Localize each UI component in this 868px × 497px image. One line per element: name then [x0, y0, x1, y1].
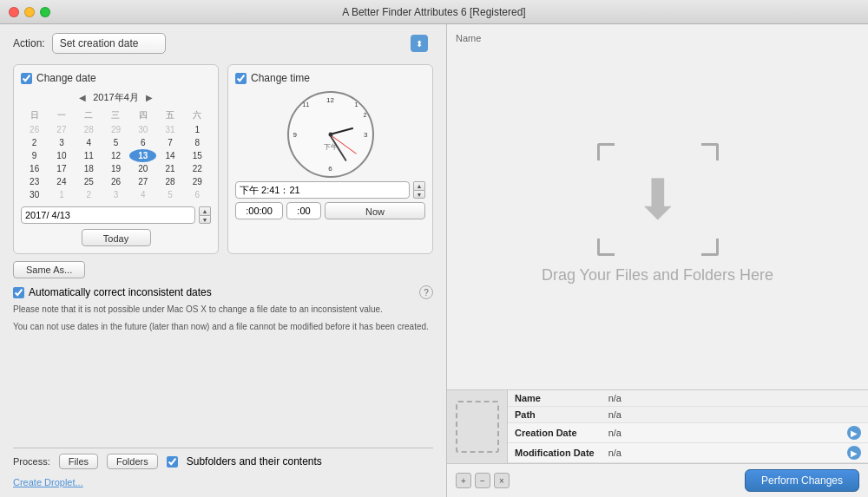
- minimize-button[interactable]: [24, 7, 35, 17]
- date-panel-header: Change date: [21, 72, 211, 84]
- cal-day[interactable]: 2: [76, 188, 102, 201]
- time-adjust-hms[interactable]: [235, 202, 283, 219]
- drop-text: Drag Your Files and Folders Here: [542, 266, 773, 284]
- table-row: Modification Date n/a ▶: [508, 443, 868, 463]
- cal-day[interactable]: 3: [102, 188, 129, 201]
- remove-item-button[interactable]: −: [475, 473, 490, 488]
- cal-day[interactable]: 28: [76, 123, 102, 136]
- info-label-creation: Creation Date: [508, 423, 602, 443]
- date-stepper-down[interactable]: ▼: [199, 215, 211, 224]
- clock-center: [328, 133, 332, 137]
- time-adjust-row: Now: [235, 202, 425, 219]
- change-time-checkbox[interactable]: [235, 73, 247, 84]
- weekday-sat: 六: [184, 108, 211, 123]
- cal-day[interactable]: 29: [102, 123, 129, 136]
- cal-day[interactable]: 6: [129, 136, 156, 149]
- cal-day[interactable]: 28: [156, 175, 183, 188]
- cal-day[interactable]: 30: [129, 123, 156, 136]
- time-input[interactable]: [235, 181, 410, 199]
- time-stepper-up[interactable]: ▲: [413, 181, 425, 190]
- time-stepper-down[interactable]: ▼: [413, 190, 425, 199]
- time-adjust-ms[interactable]: [286, 202, 321, 219]
- info-text-1: Please note that it is not possible unde…: [13, 304, 433, 316]
- cal-day[interactable]: 15: [184, 149, 211, 162]
- add-item-button[interactable]: +: [456, 473, 471, 488]
- table-row: Name n/a: [508, 390, 868, 407]
- cal-day[interactable]: 22: [184, 162, 211, 175]
- cal-day[interactable]: 14: [156, 149, 183, 162]
- cal-day[interactable]: 9: [21, 149, 48, 162]
- cal-day[interactable]: 6: [184, 188, 211, 201]
- auto-correct-checkbox[interactable]: [13, 287, 24, 298]
- maximize-button[interactable]: [40, 7, 50, 17]
- cal-day[interactable]: 12: [102, 149, 129, 162]
- creation-date-action-btn[interactable]: ▶: [847, 426, 861, 440]
- cal-day[interactable]: 26: [21, 123, 48, 136]
- same-as-button[interactable]: Same As...: [13, 261, 85, 278]
- clock-container: 12 3 6 9 1 11 2 下午: [235, 91, 425, 178]
- cal-day[interactable]: 7: [156, 136, 183, 149]
- cal-day[interactable]: 25: [76, 175, 102, 188]
- right-panel: Name ⬇ Drag Your Files and Folders Here: [447, 24, 868, 497]
- prev-month-btn[interactable]: ◀: [77, 93, 88, 102]
- files-button[interactable]: Files: [59, 454, 98, 469]
- same-as-row: Same As...: [13, 261, 433, 278]
- perform-changes-button[interactable]: Perform Changes: [745, 469, 859, 492]
- cal-day[interactable]: 26: [102, 175, 129, 188]
- close-button[interactable]: [9, 7, 19, 17]
- process-label: Process:: [13, 456, 50, 467]
- cal-day[interactable]: 8: [184, 136, 211, 149]
- month-year-label: 2017年4月: [93, 91, 139, 104]
- cal-day[interactable]: 4: [76, 136, 102, 149]
- today-button[interactable]: Today: [82, 229, 151, 246]
- cal-day[interactable]: 24: [48, 175, 75, 188]
- cal-day[interactable]: 31: [156, 123, 183, 136]
- now-button[interactable]: Now: [325, 202, 425, 219]
- cal-day[interactable]: 19: [102, 162, 129, 175]
- traffic-lights: [9, 7, 50, 17]
- cal-day[interactable]: 27: [129, 175, 156, 188]
- bottom-bar: Process: Files Folders Subfolders and th…: [13, 448, 433, 469]
- cal-day[interactable]: 21: [156, 162, 183, 175]
- clock-face: 12 3 6 9 1 11 2 下午: [287, 91, 374, 178]
- subfolders-label: Subfolders and their contents: [187, 455, 322, 468]
- bottom-controls: + − × Perform Changes: [447, 463, 868, 497]
- file-info-table: Name n/a Path n/a Creation Date n/a ▶: [508, 390, 868, 463]
- help-icon[interactable]: ?: [419, 285, 433, 299]
- cal-day[interactable]: 11: [76, 149, 102, 162]
- cal-day[interactable]: 27: [48, 123, 75, 136]
- action-label: Action:: [13, 37, 45, 49]
- folders-button[interactable]: Folders: [107, 454, 158, 469]
- cal-day-today[interactable]: 13: [129, 149, 156, 162]
- cal-day[interactable]: 1: [48, 188, 75, 201]
- date-panel: Change date ◀ 2017年4月 ▶ 日 一 二: [13, 64, 219, 254]
- cal-day[interactable]: 5: [102, 136, 129, 149]
- cal-day[interactable]: 18: [76, 162, 102, 175]
- cal-day[interactable]: 29: [184, 175, 211, 188]
- cal-day[interactable]: 4: [129, 188, 156, 201]
- cal-day[interactable]: 17: [48, 162, 75, 175]
- cal-day[interactable]: 1: [184, 123, 211, 136]
- clear-items-button[interactable]: ×: [494, 473, 510, 488]
- info-value-creation: n/a: [602, 423, 840, 443]
- date-stepper-up[interactable]: ▲: [199, 206, 211, 215]
- action-select[interactable]: Set creation date Set modification date …: [52, 33, 166, 54]
- cal-day[interactable]: 16: [21, 162, 48, 175]
- next-month-btn[interactable]: ▶: [144, 93, 155, 102]
- modification-date-action-btn[interactable]: ▶: [847, 446, 861, 460]
- create-droplet-link[interactable]: Create Droplet...: [13, 474, 83, 491]
- cal-day[interactable]: 30: [21, 188, 48, 201]
- cal-day[interactable]: 3: [48, 136, 75, 149]
- cal-day[interactable]: 10: [48, 149, 75, 162]
- cal-day[interactable]: 2: [21, 136, 48, 149]
- corner-tr: [701, 143, 719, 160]
- cal-day[interactable]: 20: [129, 162, 156, 175]
- date-input[interactable]: [21, 206, 195, 224]
- subfolders-checkbox[interactable]: [167, 456, 178, 468]
- cal-day[interactable]: 23: [21, 175, 48, 188]
- drop-zone[interactable]: ⬇ Drag Your Files and Folders Here: [456, 47, 859, 381]
- change-date-checkbox[interactable]: [21, 73, 32, 84]
- date-stepper: ▲ ▼: [199, 206, 211, 224]
- icon-btn-row: + − ×: [456, 473, 510, 488]
- cal-day[interactable]: 5: [156, 188, 183, 201]
